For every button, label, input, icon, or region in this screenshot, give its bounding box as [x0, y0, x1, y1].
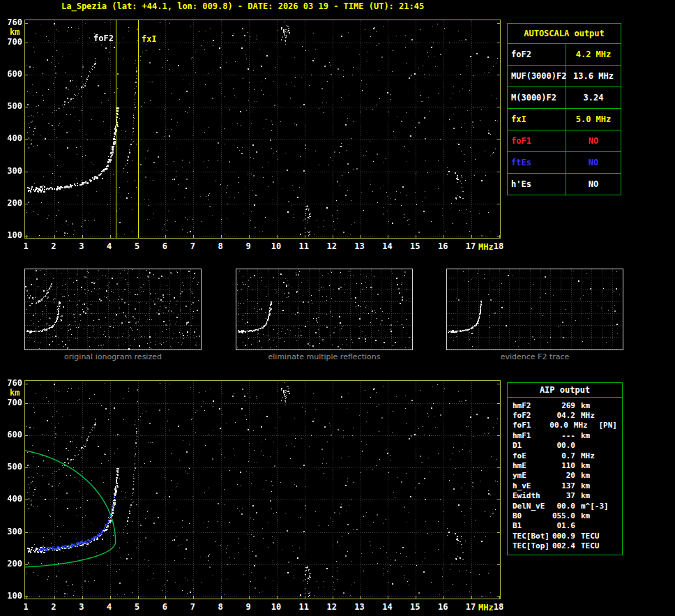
aip-row: Ewidth37km	[508, 491, 622, 501]
autoscala-row: foF24.2 MHz	[508, 43, 621, 65]
autoscala-row-label: foF1	[508, 130, 566, 151]
y-tick-label: 100	[4, 230, 22, 240]
y-tick-label: 200	[4, 198, 22, 208]
x-tick-label: 1	[19, 602, 33, 612]
x-tick-label: 2	[47, 602, 61, 612]
aip-row-unit: km	[581, 491, 607, 500]
foF2-marker-label: foF2	[93, 33, 114, 43]
ionogram-plot-top: foF2 fxI	[24, 20, 501, 239]
thumb-evidence-f2	[446, 269, 623, 350]
x-tick-label: 6	[158, 602, 172, 612]
x-tick-label: 9	[241, 602, 255, 612]
aip-row-name: foF1	[513, 421, 547, 430]
thumb-caption-evidence: evidence F2 trace	[446, 352, 623, 361]
autoscala-row: M(3000)F23.24	[508, 87, 621, 108]
aip-row-value: 055.0	[552, 511, 575, 520]
aip-row: foF204.2MHz	[508, 410, 622, 420]
thumb-original-canvas	[25, 269, 201, 350]
ionogram-canvas-top	[25, 20, 500, 238]
aip-row-value: 00.0	[552, 502, 575, 511]
x-tick-label: 18	[492, 241, 506, 251]
x-tick-label: 9	[241, 241, 255, 251]
aip-row-value: 0.7	[552, 451, 575, 460]
aip-row-value: 04.2	[552, 411, 575, 420]
aip-row-value: 000.9	[552, 532, 575, 541]
autoscala-row: ftEsNO	[508, 151, 621, 173]
autoscala-row-value: 13.6 MHz	[566, 66, 621, 87]
aip-row-name: hmF1	[513, 431, 552, 440]
ionogram-canvas-bottom	[25, 381, 500, 599]
x-tick-label: 16	[436, 602, 450, 612]
y-axis-unit-label: km	[10, 388, 20, 398]
aip-row-unit: MHz	[581, 411, 607, 420]
autoscala-row-label: M(3000)F2	[508, 87, 566, 108]
aip-row: hmE110km	[508, 460, 622, 470]
aip-row-name: TEC[Top]	[513, 541, 552, 550]
aip-row-value: 00.0	[547, 421, 568, 430]
aip-row: B0055.0km	[508, 511, 622, 520]
aip-row-value: 37	[552, 491, 575, 500]
aip-row-unit: TECU	[581, 532, 607, 541]
autoscala-row-label: h'Es	[508, 174, 566, 195]
x-tick-label: 1	[19, 241, 33, 251]
autoscala-row-value: NO	[566, 152, 621, 173]
aip-rows: hmF2269kmfoF204.2MHzfoF100.0MHz[PN]hmF1-…	[508, 400, 622, 551]
x-tick-label: 12	[325, 241, 339, 251]
aip-row-value: 002.4	[552, 541, 575, 550]
thumb-eliminate-canvas	[236, 269, 412, 350]
autoscala-row-label: fxI	[508, 109, 566, 130]
aip-row-name: ymE	[513, 471, 552, 480]
x-tick-label: 15	[408, 241, 422, 251]
x-tick-label: 15	[408, 602, 422, 612]
x-tick-label: 8	[213, 602, 227, 612]
aip-row-value: 20	[552, 471, 575, 480]
x-tick-label: 3	[75, 602, 89, 612]
x-tick-label: 10	[269, 602, 283, 612]
aip-row-unit: km	[581, 401, 607, 410]
aip-row-unit: km	[581, 461, 607, 470]
aip-row: hmF2269km	[508, 400, 622, 410]
aip-row-name: TEC[Bot]	[513, 532, 552, 541]
autoscala-row-label: ftEs	[508, 152, 566, 173]
autoscala-panel: AUTOSCALA output foF24.2 MHzMUF(3000)F21…	[507, 23, 621, 195]
y-tick-label: 500	[4, 101, 22, 111]
x-axis-unit-label: MHz	[478, 242, 494, 252]
aip-row-name: D1	[513, 441, 552, 450]
aip-row-name: Ewidth	[513, 491, 552, 500]
y-tick-label: 760	[4, 17, 22, 27]
x-tick-label: 7	[185, 602, 199, 612]
y-tick-label: 300	[4, 166, 22, 176]
autoscala-row-value: 5.0 MHz	[566, 109, 621, 130]
y-tick-label: 600	[4, 430, 22, 440]
y-tick-label: 700	[4, 398, 22, 407]
x-tick-label: 4	[103, 241, 116, 251]
x-tick-label: 5	[130, 241, 144, 251]
y-axis-unit-label: km	[10, 27, 20, 37]
aip-row: foF100.0MHz[PN]	[508, 421, 622, 430]
x-tick-label: 13	[353, 241, 367, 251]
aip-row-extra: [PN]	[598, 421, 617, 430]
x-tick-label: 7	[185, 241, 199, 251]
aip-row: D100.0	[508, 441, 622, 451]
aip-row-unit: km	[581, 511, 607, 520]
aip-row: TEC[Top]002.4TECU	[508, 541, 622, 550]
ionogram-plot-bottom	[24, 380, 501, 599]
aip-title: AIP output	[508, 383, 622, 398]
aip-row-unit: MHz	[581, 451, 607, 460]
aip-row-name: B1	[513, 521, 552, 530]
fxI-marker-label: fxI	[142, 34, 157, 44]
aip-row-name: hmE	[513, 461, 552, 470]
aip-panel: AIP output hmF2269kmfoF204.2MHzfoF100.0M…	[507, 382, 623, 555]
aip-row-value: 110	[552, 461, 575, 470]
aip-row-name: h_vE	[513, 481, 552, 490]
y-tick-label: 600	[4, 69, 22, 79]
x-tick-label: 8	[213, 241, 227, 251]
autoscala-rows: foF24.2 MHzMUF(3000)F213.6 MHzM(3000)F23…	[508, 43, 621, 195]
aip-row: h_vE137km	[508, 481, 622, 490]
aip-row-name: foF2	[513, 411, 552, 420]
y-tick-label: 300	[4, 527, 22, 536]
autoscala-row-label: MUF(3000)F2	[508, 66, 566, 87]
aip-row-value: 00.0	[552, 441, 575, 450]
x-tick-label: 17	[464, 241, 478, 251]
aip-row-unit: TECU	[581, 541, 607, 550]
